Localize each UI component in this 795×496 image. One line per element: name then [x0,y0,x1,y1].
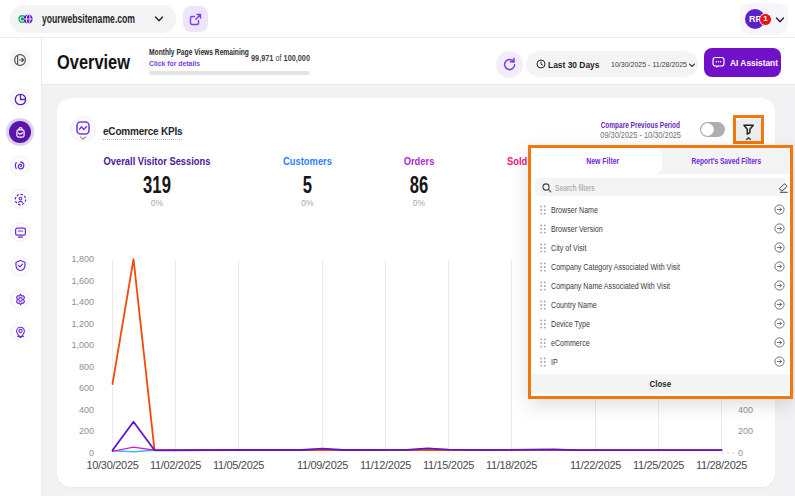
svg-text:11/15/2025: 11/15/2025 [423,459,474,471]
svg-text:0: 0 [89,448,94,458]
svg-text:11/09/2025: 11/09/2025 [297,459,348,471]
svg-text:0: 0 [738,448,743,458]
svg-text:1,200: 1,200 [71,319,94,329]
svg-text:200: 200 [738,426,753,436]
svg-text:1,600: 1,600 [71,276,94,286]
svg-text:1,000: 1,000 [71,340,94,350]
svg-text:11/05/2025: 11/05/2025 [213,459,264,471]
svg-text:400: 400 [79,405,94,415]
svg-text:1,400: 1,400 [71,297,94,307]
svg-text:400: 400 [738,405,753,415]
svg-text:10/30/2025: 10/30/2025 [86,459,138,471]
svg-text:11/25/2025: 11/25/2025 [633,459,684,471]
svg-text:600: 600 [79,383,94,393]
svg-text:1,800: 1,800 [71,254,94,264]
svg-text:11/28/2025: 11/28/2025 [696,459,747,471]
svg-text:11/22/2025: 11/22/2025 [570,459,621,471]
svg-text:11/18/2025: 11/18/2025 [486,459,537,471]
svg-text:11/12/2025: 11/12/2025 [360,459,411,471]
svg-text:200: 200 [79,426,94,436]
svg-text:800: 800 [79,362,94,372]
svg-text:11/02/2025: 11/02/2025 [150,459,201,471]
